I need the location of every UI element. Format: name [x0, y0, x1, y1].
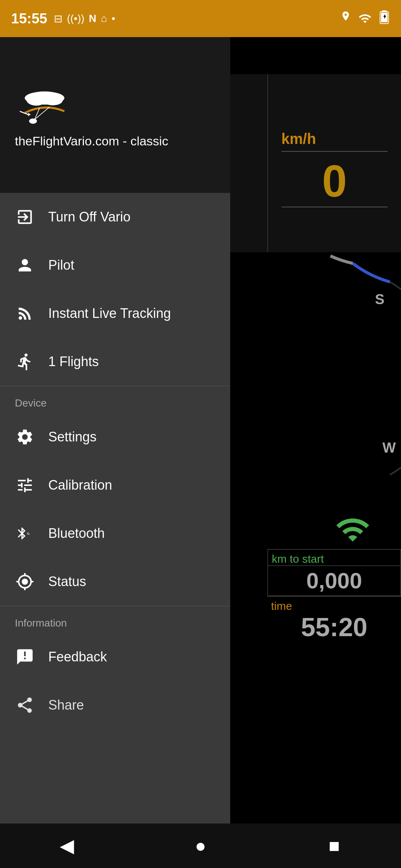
menu-item-share[interactable]: Share — [0, 681, 230, 729]
speed-unit: km/h — [281, 131, 388, 152]
flights-icon — [15, 352, 35, 372]
turn-off-vario-label: Turn Off Vario — [48, 209, 130, 225]
person-icon — [15, 255, 35, 275]
svg-text:W: W — [382, 440, 396, 456]
calibration-label: Calibration — [48, 477, 112, 493]
battery-icon — [379, 10, 390, 27]
target-icon — [15, 572, 35, 592]
gear-icon — [15, 427, 35, 447]
menu-item-status[interactable]: Status — [0, 558, 230, 606]
dot-icon: • — [111, 13, 115, 24]
signal-icon: ((•)) — [67, 13, 84, 24]
flights-label: 1 Flights — [48, 354, 99, 369]
status-bar: 15:55 ⊟ ((•)) N ⌂ • — [0, 0, 401, 37]
rss-icon — [15, 303, 35, 323]
share-icon — [15, 695, 35, 715]
status-left: 15:55 ⊟ ((•)) N ⌂ • — [11, 11, 115, 27]
menu-item-turn-off-vario[interactable]: Turn Off Vario — [0, 193, 230, 241]
km-start-panel: km to start 0,000 time 55:20 — [267, 549, 401, 642]
time-value: 55:20 — [267, 612, 401, 642]
device-section-header: Device — [0, 386, 230, 413]
menu-item-feedback[interactable]: Feedback — [0, 633, 230, 681]
svg-point-15 — [43, 95, 63, 105]
exit-icon — [15, 207, 35, 227]
status-label: Status — [48, 574, 86, 589]
menu-item-settings[interactable]: Settings — [0, 413, 230, 461]
menu-item-bluetooth[interactable]: Bluetooth — [0, 509, 230, 558]
svg-point-18 — [29, 118, 37, 124]
drawer-logo — [15, 86, 74, 130]
svg-text:S: S — [375, 292, 384, 307]
netflix-icon: N — [89, 13, 96, 24]
home-button[interactable]: ● — [178, 831, 223, 861]
navigation-drawer: theFlightVario.com - classic Turn Off Va… — [0, 37, 230, 823]
menu-item-calibration[interactable]: Calibration — [0, 461, 230, 509]
bottom-navigation: ◀ ● ■ — [0, 823, 401, 868]
drawer-menu: Turn Off Vario Pilot Instant Live Tracki… — [0, 193, 230, 729]
status-time: 15:55 — [11, 11, 47, 27]
drawer-header: theFlightVario.com - classic — [0, 37, 230, 193]
chat-icon — [15, 647, 35, 667]
status-left-icons: ⊟ ((•)) N ⌂ • — [54, 13, 115, 25]
speed-value: 0 — [281, 155, 388, 207]
status-right-icons — [340, 10, 390, 27]
wifi-status-area — [334, 512, 371, 542]
drawer-app-name: theFlightVario.com - classic — [15, 134, 215, 148]
back-button[interactable]: ◀ — [45, 831, 89, 861]
instant-live-tracking-label: Instant Live Tracking — [48, 306, 171, 321]
home-icon: ⌂ — [101, 13, 107, 24]
bluetooth-label: Bluetooth — [48, 526, 105, 541]
share-label: Share — [48, 697, 84, 713]
info-section-header: Information — [0, 606, 230, 633]
svg-marker-20 — [28, 113, 31, 116]
location-icon — [340, 10, 351, 27]
menu-item-pilot[interactable]: Pilot — [0, 241, 230, 289]
bluetooth-icon — [15, 523, 35, 543]
wifi-status-icon — [334, 512, 371, 542]
km-start-value: 0,000 — [267, 565, 401, 596]
menu-item-instant-live-tracking[interactable]: Instant Live Tracking — [0, 289, 230, 338]
calibration-icon — [15, 475, 35, 495]
compass-svg: S W — [260, 245, 401, 512]
settings-label: Settings — [48, 429, 97, 445]
wifi-icon — [358, 12, 372, 26]
km-start-label: km to start — [267, 549, 401, 565]
recent-button[interactable]: ■ — [312, 831, 356, 861]
time-label: time — [267, 596, 401, 612]
feedback-label: Feedback — [48, 649, 107, 665]
speed-panel: km/h 0 — [267, 74, 401, 252]
menu-item-flights[interactable]: 1 Flights — [0, 338, 230, 386]
compass-area: S W — [260, 245, 401, 512]
pilot-label: Pilot — [48, 257, 74, 273]
sim-icon: ⊟ — [54, 13, 62, 25]
